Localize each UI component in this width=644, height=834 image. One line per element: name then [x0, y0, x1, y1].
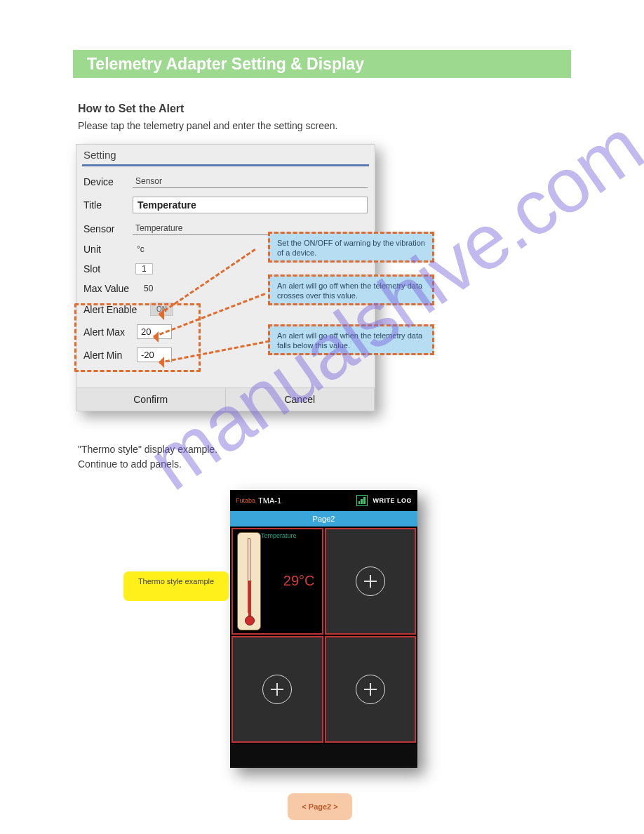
- plus-icon: [262, 675, 292, 704]
- add-tile-2[interactable]: [325, 528, 417, 635]
- unit-value: °c: [133, 244, 145, 254]
- slot-value[interactable]: 1: [135, 263, 153, 274]
- phone-grid: Temperature 29°C: [230, 527, 417, 744]
- arrow-head-3: [153, 357, 164, 368]
- post-dialog-text: "Thermo style" display example. Continue…: [78, 442, 217, 472]
- temp-label: Temperature: [261, 532, 297, 539]
- app-brand: Futaba: [236, 497, 255, 504]
- dialog-title: Setting: [76, 145, 375, 162]
- cancel-button[interactable]: Cancel: [226, 388, 375, 411]
- temperature-tile[interactable]: Temperature 29°C: [232, 528, 323, 635]
- unit-label: Unit: [83, 244, 133, 255]
- section-title: Telemetry Adapter Setting & Display: [73, 50, 571, 79]
- phone-app-bar: Futaba TMA-1 WRITE LOG: [230, 490, 417, 511]
- arrow-head-1: [153, 309, 164, 320]
- phone-mockup: Futaba TMA-1 WRITE LOG Page2 Temperature…: [230, 490, 417, 768]
- maxvalue-label: Max Value: [83, 283, 140, 294]
- alert-highlight-box: [74, 303, 201, 372]
- callout-max: An alert will go off when the telemetry …: [268, 274, 434, 305]
- section-title-bar: Telemetry Adapter Setting & Display: [73, 50, 571, 78]
- title-row: Title Temperature: [76, 192, 375, 218]
- thermometer-icon: [237, 532, 261, 630]
- device-value[interactable]: Sensor: [133, 175, 368, 188]
- post-text-line2: Continue to add panels.: [78, 458, 182, 470]
- dialog-button-row: Confirm Cancel: [76, 388, 375, 411]
- page-caption: < Page2 >: [288, 793, 352, 820]
- plus-icon: [356, 675, 385, 704]
- temp-value: 29°C: [283, 573, 315, 589]
- slot-label: Slot: [83, 263, 133, 274]
- maxvalue-value: 50: [140, 284, 153, 293]
- dialog-divider: [82, 164, 369, 166]
- callout-enable: Set the ON/OFF of warning by the vibrati…: [268, 232, 434, 263]
- phone-bottom-bar: [230, 744, 417, 767]
- write-log-button[interactable]: WRITE LOG: [373, 497, 412, 504]
- add-tile-4[interactable]: [325, 636, 417, 743]
- phone-page-tab[interactable]: Page2: [230, 511, 417, 527]
- add-tile-3[interactable]: [232, 636, 323, 743]
- title-input[interactable]: Temperature: [133, 197, 368, 213]
- signal-icon[interactable]: [356, 495, 368, 506]
- app-name: TMA-1: [258, 496, 281, 505]
- plus-icon: [356, 567, 385, 596]
- instruction-text: Please tap the telemetry panel and enter…: [78, 119, 337, 133]
- sensor-label: Sensor: [83, 223, 133, 234]
- title-label: Title: [83, 199, 133, 211]
- subtitle: How to Set the Alert: [78, 102, 184, 115]
- post-text-line1: "Thermo style" display example.: [78, 444, 217, 455]
- callout-min: An alert will go off when the telemetry …: [268, 324, 434, 355]
- device-label: Device: [83, 176, 133, 187]
- arrow-head-2: [147, 331, 159, 343]
- device-row: Device Sensor: [76, 171, 375, 192]
- thermo-style-callout: Thermo style example: [123, 571, 229, 601]
- confirm-button[interactable]: Confirm: [76, 388, 226, 411]
